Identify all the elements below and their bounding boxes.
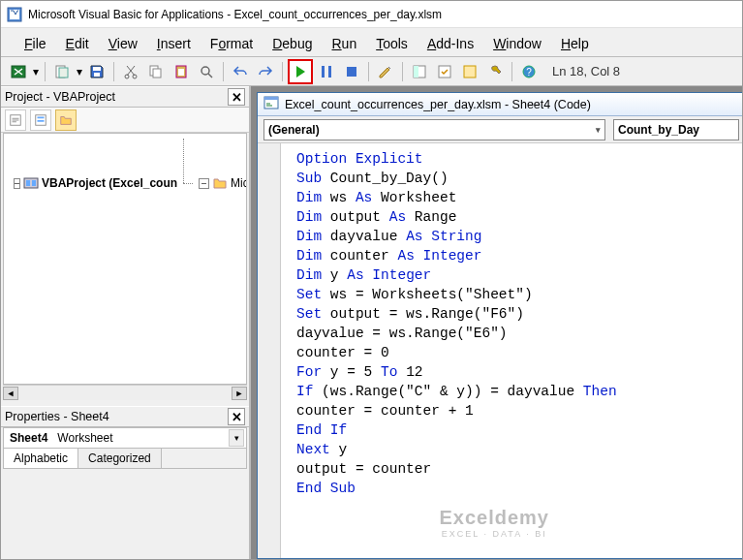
- view-excel-icon[interactable]: [7, 60, 30, 83]
- tab-categorized[interactable]: Categorized: [78, 449, 162, 468]
- menu-tools[interactable]: Tools: [370, 34, 414, 53]
- left-column: Project - VBAProject ✕ – VBAProject (Exc…: [1, 86, 251, 559]
- horizontal-scrollbar[interactable]: ◄ ►: [3, 385, 247, 400]
- help-icon[interactable]: ?: [517, 60, 541, 83]
- view-object-icon[interactable]: [30, 109, 51, 131]
- menu-debug[interactable]: Debug: [266, 34, 318, 53]
- close-icon[interactable]: ✕: [228, 88, 245, 106]
- svg-rect-14: [328, 66, 331, 78]
- menu-window[interactable]: Window: [487, 34, 547, 53]
- project-tree[interactable]: – VBAProject (Excel_coun – Microsoft Exc…: [3, 133, 247, 385]
- svg-point-12: [201, 67, 209, 75]
- copy-icon[interactable]: [144, 60, 168, 83]
- tree-folder-label[interactable]: Microsoft Excel Objects: [231, 176, 247, 190]
- cursor-position-status: Ln 18, Col 8: [552, 64, 620, 78]
- design-mode-icon[interactable]: [374, 60, 397, 83]
- svg-rect-28: [32, 180, 36, 186]
- svg-rect-15: [347, 67, 356, 77]
- insert-module-icon[interactable]: [50, 60, 74, 83]
- menubar: File Edit View Insert Format Debug Run T…: [1, 28, 742, 57]
- break-icon[interactable]: [315, 60, 338, 83]
- menu-insert[interactable]: Insert: [151, 34, 197, 53]
- run-sub-button[interactable]: [288, 59, 313, 84]
- find-icon[interactable]: [195, 60, 218, 83]
- mdi-area: Excel_count_occurrences_per_day.xlsm - S…: [251, 86, 742, 559]
- project-explorer-icon[interactable]: [408, 60, 431, 83]
- tree-root-label[interactable]: VBAProject (Excel_coun: [42, 176, 177, 190]
- properties-object-selector[interactable]: Sheet4 Worksheet ▾: [3, 427, 247, 449]
- properties-window-icon[interactable]: [433, 60, 456, 83]
- code-gutter: [258, 143, 281, 558]
- toolbar-separator: [113, 62, 114, 81]
- save-icon[interactable]: [85, 60, 108, 83]
- toolbox-icon[interactable]: [483, 60, 507, 83]
- svg-rect-24: [38, 116, 45, 118]
- vba-project-icon: [23, 175, 39, 191]
- scroll-right-icon[interactable]: ►: [232, 387, 247, 400]
- vba-app-icon: [7, 7, 22, 22]
- reset-icon[interactable]: [340, 60, 363, 83]
- properties-panel-title: Properties - Sheet4: [5, 410, 109, 423]
- menu-addins[interactable]: Add-Ins: [421, 34, 480, 53]
- project-panel-toolbar: [1, 108, 249, 133]
- svg-rect-3: [59, 68, 68, 78]
- properties-panel: Properties - Sheet4 ✕ Sheet4 Worksheet ▾…: [1, 406, 249, 559]
- view-code-icon[interactable]: [5, 109, 26, 131]
- folder-icon: [212, 175, 228, 191]
- object-dropdown[interactable]: (General) ▾: [263, 119, 605, 140]
- cut-icon[interactable]: [119, 60, 142, 83]
- project-panel-header: Project - VBAProject ✕: [1, 86, 249, 108]
- project-panel-title: Project - VBAProject: [5, 90, 115, 104]
- svg-rect-13: [322, 66, 325, 78]
- paste-icon[interactable]: [170, 60, 193, 83]
- scroll-left-icon[interactable]: ◄: [3, 387, 18, 400]
- code-window-titlebar[interactable]: Excel_count_occurrences_per_day.xlsm - S…: [258, 93, 742, 116]
- menu-format[interactable]: Format: [204, 34, 259, 53]
- tree-collapse-icon[interactable]: –: [14, 178, 20, 189]
- properties-panel-header: Properties - Sheet4 ✕: [1, 406, 249, 427]
- code-window: Excel_count_occurrences_per_day.xlsm - S…: [257, 92, 742, 559]
- tree-collapse-icon[interactable]: –: [199, 178, 209, 189]
- toolbar-separator: [282, 62, 283, 81]
- code-window-title: Excel_count_occurrences_per_day.xlsm - S…: [285, 98, 591, 111]
- procedure-dropdown-value: Count_by_Day: [618, 123, 699, 137]
- code-area[interactable]: Option Explicit Sub Count_by_Day() Dim w…: [258, 143, 742, 558]
- properties-object-type: Worksheet: [53, 431, 116, 445]
- toolbar-separator: [223, 62, 224, 81]
- svg-rect-11: [178, 69, 184, 76]
- toolbar-separator: [511, 62, 512, 81]
- svg-rect-19: [464, 66, 476, 78]
- vba-editor-window: Microsoft Visual Basic for Applications …: [0, 0, 743, 560]
- undo-icon[interactable]: [229, 60, 252, 83]
- dropdown-icon[interactable]: ▾: [229, 429, 244, 447]
- menu-run[interactable]: Run: [325, 34, 362, 53]
- code-module-icon: [263, 95, 279, 113]
- menu-help[interactable]: Help: [555, 34, 595, 53]
- svg-rect-27: [26, 180, 30, 186]
- dropdown-icon[interactable]: ▾: [32, 65, 40, 78]
- menu-file[interactable]: File: [18, 34, 52, 53]
- properties-object-name: Sheet4: [4, 431, 53, 445]
- object-browser-icon[interactable]: [458, 60, 481, 83]
- toolbar: ▾ ▾ ? Ln 18, Col 8: [1, 57, 742, 86]
- svg-rect-4: [93, 67, 101, 71]
- code-text[interactable]: Option Explicit Sub Count_by_Day() Dim w…: [281, 143, 625, 558]
- window-title: Microsoft Visual Basic for Applications …: [28, 8, 736, 21]
- toolbar-separator: [368, 62, 369, 81]
- close-icon[interactable]: ✕: [228, 408, 245, 425]
- toggle-folders-icon[interactable]: [55, 109, 77, 131]
- dropdown-icon[interactable]: ▾: [76, 65, 83, 78]
- svg-rect-25: [38, 120, 45, 122]
- menu-edit[interactable]: Edit: [60, 34, 95, 53]
- svg-rect-35: [264, 97, 278, 100]
- svg-rect-17: [414, 66, 418, 78]
- redo-icon[interactable]: [254, 60, 277, 83]
- svg-text:?: ?: [526, 67, 532, 78]
- code-window-dropdowns: (General) ▾ Count_by_Day: [258, 116, 742, 143]
- titlebar: Microsoft Visual Basic for Applications …: [1, 1, 742, 28]
- toolbar-separator: [402, 62, 403, 81]
- object-dropdown-value: (General): [268, 123, 320, 137]
- menu-view[interactable]: View: [103, 34, 143, 53]
- tab-alphabetic[interactable]: Alphabetic: [4, 449, 78, 468]
- procedure-dropdown[interactable]: Count_by_Day: [613, 119, 739, 140]
